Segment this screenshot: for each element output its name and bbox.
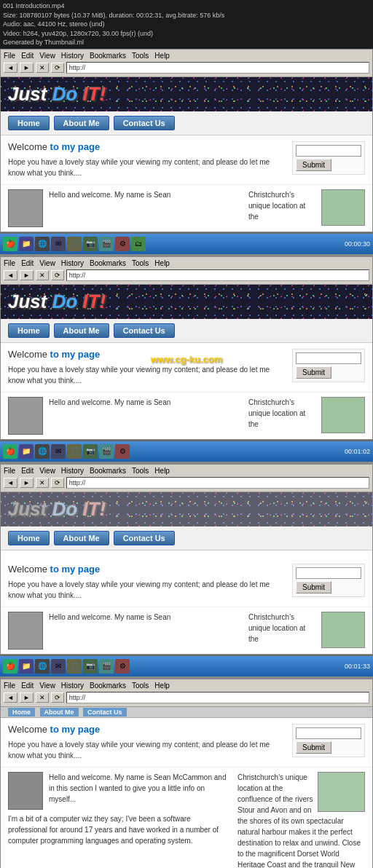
- sidebar-input-3[interactable]: [296, 567, 361, 579]
- stop-button-3[interactable]: ✕: [36, 478, 49, 488]
- sidebar-submit-4[interactable]: Submit: [296, 741, 331, 754]
- home-nav-btn-3[interactable]: Home: [8, 531, 50, 545]
- back-button[interactable]: ◄: [4, 63, 17, 73]
- taskbar-icon-2[interactable]: 📁: [19, 237, 34, 251]
- address-bar-3[interactable]: [66, 477, 369, 489]
- about-nav-btn-2[interactable]: About Me: [54, 323, 109, 338]
- taskbar-icon-3-5[interactable]: 🎵: [67, 659, 82, 674]
- menu-view-2[interactable]: View: [39, 259, 55, 267]
- menu-edit-2[interactable]: Edit: [21, 259, 34, 267]
- sidebar-submit-2[interactable]: Submit: [296, 366, 331, 379]
- menu-view-4[interactable]: View: [39, 682, 55, 690]
- menu-view[interactable]: View: [39, 52, 55, 60]
- sidebar-input-4[interactable]: [296, 727, 361, 739]
- menu-edit-4[interactable]: Edit: [21, 682, 34, 690]
- taskbar-icon-2-7[interactable]: 🎬: [99, 444, 114, 459]
- navbar-1: Home About Me Contact Us: [1, 111, 372, 135]
- sidebar-submit-1[interactable]: Submit: [296, 159, 331, 171]
- taskbar-icon-6[interactable]: 📷: [83, 237, 98, 251]
- taskbar-icon-2-6[interactable]: 📷: [83, 444, 98, 459]
- menu-history[interactable]: History: [61, 52, 84, 60]
- refresh-button-2[interactable]: ⟳: [51, 270, 64, 280]
- menu-tools-2[interactable]: Tools: [132, 259, 149, 267]
- back-button-3[interactable]: ◄: [4, 478, 17, 488]
- refresh-button-4[interactable]: ⟳: [51, 693, 64, 703]
- address-bar-2[interactable]: [66, 269, 369, 281]
- taskbar-icon-3-1[interactable]: 🍎: [3, 659, 17, 674]
- menu-file-4[interactable]: File: [4, 682, 15, 690]
- partial-contact[interactable]: Contact Us: [83, 708, 127, 717]
- menu-bookmarks-2[interactable]: Bookmarks: [90, 259, 126, 267]
- menu-history-3[interactable]: History: [61, 467, 84, 475]
- taskbar-icon-3-6[interactable]: 📷: [83, 659, 98, 674]
- menu-edit[interactable]: Edit: [21, 52, 34, 60]
- taskbar-icon-7[interactable]: 🎬: [99, 237, 114, 251]
- menu-tools-4[interactable]: Tools: [132, 682, 149, 690]
- about-nav-btn-1[interactable]: About Me: [54, 116, 109, 130]
- sidebar-input-1[interactable]: [296, 145, 361, 157]
- content-right-3: Submit: [292, 564, 365, 601]
- taskbar-icon-1[interactable]: 🍎: [3, 237, 17, 251]
- menu-bookmarks-3[interactable]: Bookmarks: [90, 467, 126, 475]
- menu-tools[interactable]: Tools: [132, 52, 149, 60]
- stop-button-2[interactable]: ✕: [36, 270, 49, 280]
- forward-button-3[interactable]: ►: [20, 478, 34, 488]
- taskbar-icons-2: 🍎 📁 🌐 ✉ 🎵 📷 🎬 ⚙: [3, 444, 130, 459]
- taskbar-icon-9[interactable]: 🗂: [131, 237, 146, 251]
- menu-file-3[interactable]: File: [4, 467, 15, 475]
- partial-home[interactable]: Home: [8, 708, 35, 717]
- taskbar-icon-8[interactable]: ⚙: [115, 237, 130, 251]
- home-nav-btn-2[interactable]: Home: [8, 323, 50, 338]
- taskbar-icon-2-5[interactable]: 🎵: [67, 444, 82, 459]
- menu-edit-3[interactable]: Edit: [21, 467, 34, 475]
- taskbar-icon-2-3[interactable]: 🌐: [35, 444, 50, 459]
- contact-nav-btn-2[interactable]: Contact Us: [114, 323, 175, 338]
- forward-button-2[interactable]: ►: [20, 270, 34, 280]
- menu-file[interactable]: File: [4, 52, 15, 60]
- location-image-1: [321, 189, 365, 226]
- menu-bookmarks[interactable]: Bookmarks: [90, 52, 126, 60]
- taskbar-icon-2-2[interactable]: 📁: [19, 444, 34, 459]
- menu-bookmarks-4[interactable]: Bookmarks: [90, 682, 126, 690]
- menu-history-4[interactable]: History: [61, 682, 84, 690]
- menu-help-4[interactable]: Help: [154, 682, 170, 690]
- home-nav-btn-1[interactable]: Home: [8, 116, 50, 130]
- menu-view-3[interactable]: View: [39, 467, 55, 475]
- menu-help-2[interactable]: Help: [154, 259, 170, 267]
- contact-nav-btn-3[interactable]: Contact Us: [114, 531, 175, 545]
- contact-nav-btn-1[interactable]: Contact Us: [114, 116, 175, 130]
- refresh-button[interactable]: ⟳: [51, 63, 64, 73]
- about-nav-btn-3[interactable]: About Me: [54, 531, 109, 545]
- address-bar-4[interactable]: [66, 692, 369, 703]
- address-bar[interactable]: [66, 62, 369, 74]
- menu-history-2[interactable]: History: [61, 259, 84, 267]
- taskbar-icon-3-2[interactable]: 📁: [19, 659, 34, 674]
- taskbar-icon-5[interactable]: 🎵: [67, 237, 82, 251]
- taskbar-icon-3-7[interactable]: 🎬: [99, 659, 114, 674]
- taskbar-icon-2-8[interactable]: ⚙: [115, 444, 130, 459]
- taskbar-icon-4[interactable]: ✉: [51, 237, 66, 251]
- menu-help-3[interactable]: Help: [154, 467, 170, 475]
- partial-about[interactable]: About Me: [40, 708, 79, 717]
- stop-button[interactable]: ✕: [36, 63, 49, 73]
- menu-file-2[interactable]: File: [4, 259, 15, 267]
- back-button-2[interactable]: ◄: [4, 270, 17, 280]
- menu-help[interactable]: Help: [154, 52, 170, 60]
- taskbar-icon-2-1[interactable]: 🍎: [3, 444, 17, 459]
- sidebar-input-2[interactable]: [296, 352, 361, 364]
- taskbar-icon-3-3[interactable]: 🌐: [35, 659, 50, 674]
- taskbar-icon-3[interactable]: 🌐: [35, 237, 50, 251]
- taskbar-icon-3-4[interactable]: ✉: [51, 659, 66, 674]
- refresh-button-3[interactable]: ⟳: [51, 478, 64, 488]
- taskbar-icon-2-4[interactable]: ✉: [51, 444, 66, 459]
- banner-2: Just Do IT! ,: [1, 285, 372, 319]
- taskbar-icon-3-8[interactable]: ⚙: [115, 659, 130, 674]
- browser-window-2: File Edit View History Bookmarks Tools H…: [0, 256, 373, 440]
- forward-button[interactable]: ►: [20, 63, 34, 73]
- menu-tools-3[interactable]: Tools: [132, 467, 149, 475]
- browser-toolbar-1: ◄ ► ✕ ⟳: [4, 60, 369, 75]
- forward-button-4[interactable]: ►: [20, 693, 34, 703]
- stop-button-4[interactable]: ✕: [36, 693, 49, 703]
- sidebar-submit-3[interactable]: Submit: [296, 581, 331, 593]
- back-button-4[interactable]: ◄: [4, 693, 17, 703]
